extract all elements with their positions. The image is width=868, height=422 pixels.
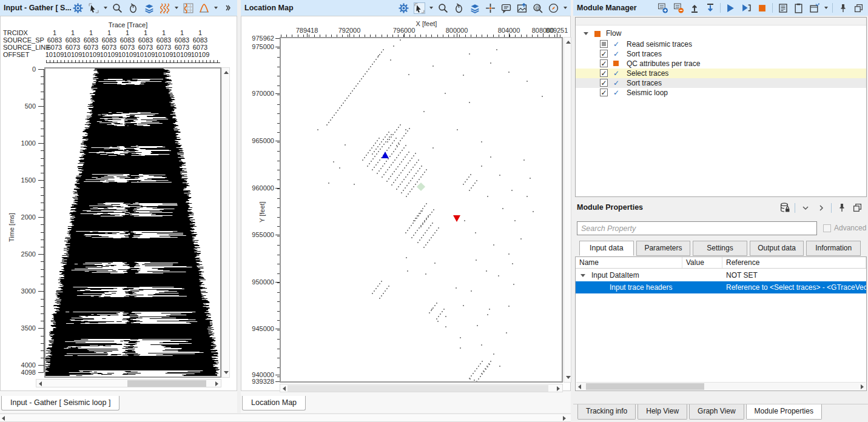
tree-item-seismic-loop[interactable]: ✓✓Seismic loop (576, 88, 866, 98)
tree-root-flow[interactable]: Flow (576, 28, 866, 39)
map-y-tick-label: 960000 (250, 184, 274, 192)
column-header-value[interactable]: Value (682, 257, 722, 268)
add-module-icon[interactable] (657, 2, 668, 14)
toolbar-separator (772, 3, 773, 13)
tab-location-map[interactable]: Location Map (242, 396, 306, 410)
gear-icon[interactable] (398, 2, 409, 14)
property-row[interactable]: Input trace headersReference to <Select … (576, 281, 866, 293)
wiggle-display-icon[interactable] (159, 2, 170, 14)
histogram-icon[interactable] (198, 2, 210, 14)
expander-icon[interactable] (584, 32, 588, 35)
stop-icon[interactable] (756, 2, 768, 14)
time-tick-major (38, 143, 44, 144)
view-tab-tracking-info[interactable]: Tracking info (577, 404, 636, 420)
layers-icon[interactable] (469, 2, 480, 14)
export-image-icon[interactable] (516, 2, 528, 14)
import-icon[interactable] (688, 2, 700, 14)
tab-information[interactable]: Information (806, 241, 861, 256)
clipboard-icon[interactable] (793, 2, 804, 14)
tree-item-select-traces[interactable]: ✓✓Select traces (576, 69, 866, 78)
tree-item-read-seismic-traces[interactable]: ✓Read seismic traces (576, 39, 866, 49)
select-mode-icon[interactable] (88, 2, 99, 14)
tree-item-qc-attributes-per-trace[interactable]: ✓QC attributes per trace (576, 59, 866, 69)
trace-header-value: 6073 (62, 44, 83, 51)
remove-module-icon[interactable] (673, 2, 684, 14)
module-checkbox[interactable] (600, 40, 608, 48)
blue-source-marker[interactable] (382, 152, 389, 158)
module-status-square-icon (613, 61, 619, 66)
column-header-name[interactable]: Name (576, 257, 682, 268)
seismic-hscrollbar[interactable] (36, 379, 221, 387)
location-map-display[interactable] (281, 38, 562, 381)
map-x-axis-label: X [feet] (357, 20, 496, 27)
column-header-reference[interactable]: Reference (722, 257, 866, 268)
tab-input-data[interactable]: Input data (579, 241, 634, 256)
module-checkbox[interactable]: ✓ (600, 50, 608, 58)
module-checkbox[interactable]: ✓ (600, 59, 608, 67)
report-icon[interactable] (777, 2, 789, 14)
float-icon[interactable] (852, 202, 863, 213)
crosshair-icon[interactable] (485, 2, 496, 14)
trace-header-value: 6083 (190, 36, 210, 44)
overflow-icon[interactable] (222, 2, 234, 14)
module-checkbox[interactable]: ✓ (600, 79, 608, 87)
red-receiver-marker[interactable] (453, 215, 460, 222)
select-mode-icon[interactable] (414, 2, 425, 14)
view-tab-help-view[interactable]: Help View (638, 404, 687, 420)
seismic-content: Trace [Trace] TRCIDX111111111SOURCE_SP60… (0, 16, 237, 391)
pick-icon[interactable] (127, 2, 139, 14)
advanced-checkbox[interactable] (823, 224, 831, 232)
properties-hscrollbar[interactable] (576, 382, 866, 390)
pick-icon[interactable] (453, 2, 465, 14)
map-hscrollbar[interactable] (280, 384, 563, 392)
compass-dropdown-caret[interactable] (564, 7, 567, 9)
view-tab-module-properties[interactable]: Module Properties (746, 404, 822, 420)
expander-icon[interactable] (580, 274, 585, 277)
search-property-box[interactable] (577, 221, 817, 235)
tree-item-sort-traces[interactable]: ✓✓Sort traces (576, 49, 866, 59)
tab-output-data[interactable]: Output data (750, 241, 804, 256)
export-icon[interactable] (704, 2, 716, 14)
pin-icon[interactable] (836, 202, 847, 213)
time-end-label: 4098 (18, 369, 36, 376)
new-window-icon[interactable] (809, 2, 820, 14)
db-save-icon[interactable] (779, 202, 790, 213)
gear-icon[interactable] (72, 2, 84, 14)
map-vscrollbar[interactable] (564, 37, 571, 383)
seismic-vscrollbar[interactable] (221, 67, 230, 378)
zoom-icon[interactable] (437, 2, 449, 14)
run-to-icon[interactable] (741, 2, 752, 14)
layers-icon[interactable] (143, 2, 155, 14)
module-status-ok-icon: ✓ (613, 50, 619, 58)
time-tick-label: 2000 (18, 213, 36, 221)
tree-item-sort-traces[interactable]: ✓✓Sort traces (576, 78, 866, 88)
wiggle-grid-icon[interactable] (183, 2, 194, 14)
tree-item-label: Seismic loop (627, 89, 668, 97)
flow-tree: Flow✓Read seismic traces✓✓Sort traces✓QC… (575, 17, 867, 197)
advanced-option[interactable]: Advanced (823, 224, 866, 232)
zoom-icon[interactable] (112, 2, 123, 14)
property-row[interactable]: Input DataItemNOT SET (576, 269, 866, 281)
select-mode-dropdown-caret[interactable] (104, 7, 107, 9)
view-tab-graph-view[interactable]: Graph View (689, 404, 744, 420)
workspace-hscrollbar[interactable] (0, 414, 571, 422)
seismic-wiggle-display[interactable] (45, 69, 220, 376)
compass-icon[interactable] (548, 2, 559, 14)
wiggle-display-dropdown-caret[interactable] (175, 7, 178, 9)
new-window-dropdown-caret[interactable] (824, 7, 828, 9)
histogram-dropdown-caret[interactable] (214, 7, 218, 9)
module-checkbox[interactable]: ✓ (600, 89, 608, 96)
tab-settings[interactable]: Settings (693, 241, 747, 256)
float-icon[interactable] (853, 2, 864, 14)
module-checkbox[interactable]: ✓ (600, 69, 608, 77)
pin-icon[interactable] (837, 2, 849, 14)
zoom-at-icon[interactable]: @ (532, 2, 543, 14)
tab-parameters[interactable]: Parameters (636, 241, 691, 256)
comment-icon[interactable] (500, 2, 512, 14)
run-icon[interactable] (725, 2, 736, 14)
tab-input-gather[interactable]: Input - Gather [ Seismic loop ] (1, 396, 119, 410)
search-property-input[interactable] (577, 221, 817, 235)
select-mode-dropdown-caret[interactable] (429, 7, 433, 9)
chevron-right-icon[interactable] (815, 202, 827, 213)
chevron-down-icon[interactable] (799, 202, 811, 213)
